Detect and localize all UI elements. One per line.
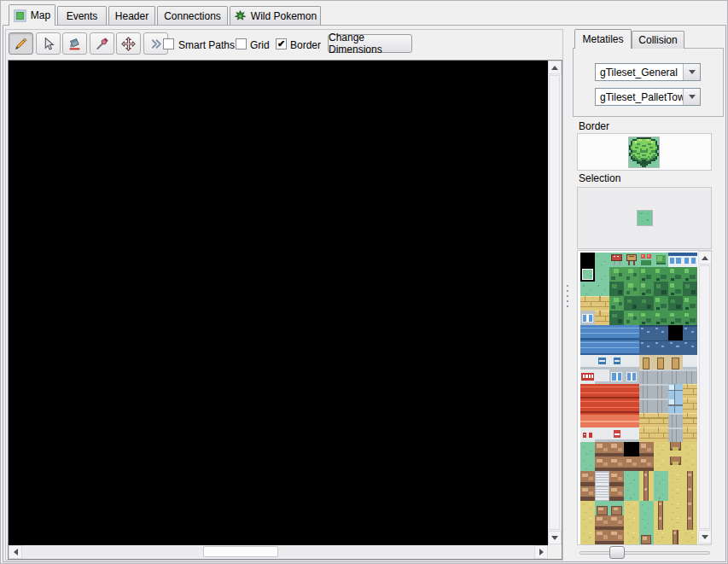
- change-dimensions-label: Change Dimensions: [329, 32, 411, 55]
- grid-label: Grid: [250, 39, 270, 51]
- map-vscroll-thumb[interactable]: [549, 75, 560, 530]
- tab-collision[interactable]: Collision: [632, 31, 684, 49]
- scroll-down-icon: [702, 535, 708, 539]
- pencil-tool-button[interactable]: [9, 32, 33, 55]
- change-dimensions-button[interactable]: Change Dimensions: [328, 34, 412, 53]
- scrollbar-corner: [548, 545, 562, 559]
- tab-header[interactable]: Header: [108, 6, 155, 25]
- scroll-right-icon: [539, 549, 544, 555]
- tab-connections-label: Connections: [164, 10, 221, 22]
- primary-tileset-dropdown[interactable]: gTileset_General: [595, 63, 701, 81]
- tab-header-label: Header: [115, 10, 149, 22]
- map-scroll-down-button[interactable]: [548, 531, 562, 544]
- tab-events[interactable]: Events: [57, 6, 107, 25]
- secondary-tileset-dropdown[interactable]: gTileset_PalletTown: [595, 88, 701, 106]
- tileset-canvas[interactable]: [580, 253, 697, 544]
- map-horizontal-scrollbar[interactable]: [9, 545, 548, 559]
- wild-grass-icon: [234, 9, 247, 22]
- map-scroll-area: [8, 60, 562, 560]
- tileset-selectors-frame: [573, 48, 724, 117]
- map-hscroll-thumb[interactable]: [203, 546, 278, 557]
- tab-metatiles-label: Metatiles: [582, 33, 623, 45]
- tileset-picker-frame: [577, 250, 712, 545]
- scroll-up-icon: [702, 256, 708, 260]
- border-section-label: Border: [579, 120, 609, 132]
- tileset-zoom-slider-handle[interactable]: [609, 546, 625, 559]
- check-icon: ✔: [277, 39, 285, 49]
- smart-paths-checkbox[interactable]: [163, 38, 174, 49]
- tab-metatiles[interactable]: Metatiles: [574, 29, 632, 49]
- dropdown-arrow-button[interactable]: [683, 64, 700, 80]
- scroll-left-icon: [14, 549, 18, 555]
- secondary-tileset-value: gTileset_PalletTown: [596, 91, 683, 103]
- splitter[interactable]: [564, 29, 571, 558]
- grid-checkbox[interactable]: [236, 38, 247, 49]
- pointer-icon: [41, 37, 55, 51]
- chevron-down-icon: [689, 70, 696, 74]
- border-checkbox[interactable]: ✔: [276, 38, 287, 49]
- eyedropper-icon: [95, 37, 109, 51]
- map-icon: [14, 9, 26, 22]
- selection-section-label: Selection: [579, 172, 620, 184]
- selection-preview-frame: [577, 187, 712, 249]
- tab-collision-label: Collision: [638, 34, 677, 46]
- move-icon: [121, 37, 136, 51]
- dropdown-arrow-button[interactable]: [683, 89, 700, 105]
- tileset-scrollbar[interactable]: [698, 251, 712, 544]
- map-canvas[interactable]: [9, 61, 548, 545]
- primary-tileset-value: gTileset_General: [596, 67, 683, 78]
- tab-events-label: Events: [67, 10, 98, 22]
- selection-tile-preview: [637, 210, 653, 226]
- tileset-scroll-thumb[interactable]: [699, 265, 710, 529]
- tab-map[interactable]: Map: [9, 4, 55, 26]
- tab-wild-pokemon-label: Wild Pokemon: [251, 10, 317, 22]
- bucket-fill-icon: [67, 37, 82, 51]
- border-tile-preview: [628, 137, 660, 168]
- tileset-zoom-slider-track[interactable]: [579, 551, 710, 555]
- shift-icon: [149, 37, 163, 51]
- tileset-scroll-up-button[interactable]: [698, 251, 712, 265]
- smart-paths-label: Smart Paths: [178, 39, 235, 51]
- scroll-down-icon: [551, 536, 558, 540]
- map-scroll-left-button[interactable]: [9, 545, 22, 559]
- tileset-scroll-down-button[interactable]: [698, 530, 712, 544]
- move-tool-button[interactable]: [116, 32, 141, 55]
- scroll-up-icon: [551, 66, 558, 70]
- pointer-tool-button[interactable]: [36, 32, 61, 55]
- eyedropper-tool-button[interactable]: [90, 32, 114, 55]
- map-vertical-scrollbar[interactable]: [548, 61, 562, 545]
- chevron-down-icon: [689, 95, 696, 99]
- map-scroll-right-button[interactable]: [534, 545, 548, 559]
- tab-connections[interactable]: Connections: [157, 6, 228, 25]
- tab-wild-pokemon[interactable]: Wild Pokemon: [230, 6, 321, 25]
- map-scroll-up-button[interactable]: [548, 61, 562, 74]
- tab-map-label: Map: [31, 9, 50, 21]
- border-checkbox-label: Border: [290, 39, 321, 51]
- border-preview-frame: [577, 133, 712, 171]
- bucket-fill-tool-button[interactable]: [62, 32, 87, 55]
- pencil-icon: [14, 37, 28, 51]
- app-window: Map Events Header Connections Wild Pokem…: [0, 0, 728, 564]
